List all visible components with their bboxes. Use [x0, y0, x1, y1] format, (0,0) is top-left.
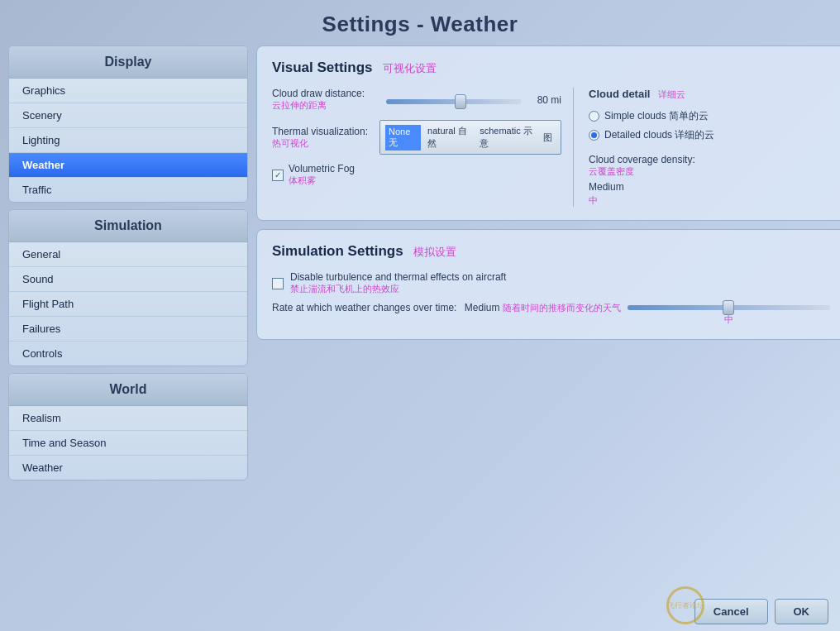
sidebar-item-failures[interactable]: Failures: [9, 317, 247, 342]
volumetric-fog-checkbox[interactable]: [272, 170, 284, 181]
weather-rate-thumb[interactable]: [723, 300, 734, 315]
page-title: Settings - Weather: [0, 0, 840, 45]
detailed-clouds-radio[interactable]: [589, 130, 599, 141]
rate-value: Medium: [465, 302, 500, 313]
visual-settings-title-cn: 可视化设置: [383, 62, 437, 74]
visual-settings-title: Visual Settings 可视化设置: [272, 60, 830, 76]
sidebar-item-weather-world[interactable]: Weather: [9, 456, 247, 480]
detailed-clouds-cn: 详细的云: [675, 129, 714, 141]
simple-clouds-row: Simple clouds 简单的云: [589, 109, 830, 123]
logo-circle: 飞行者论坛: [666, 586, 704, 624]
volumetric-fog-cn: 体积雾: [289, 174, 355, 187]
coverage-value-cn: 中: [589, 194, 830, 207]
turbulence-cn: 禁止湍流和飞机上的热效应: [290, 283, 506, 295]
sidebar-item-graphics[interactable]: Graphics: [9, 79, 247, 103]
simulation-settings-title-cn: 模拟设置: [413, 246, 456, 258]
sidebar-section-world: World Realism Time and Season Weather: [8, 373, 248, 480]
weather-rate-slider[interactable]: [628, 305, 830, 310]
cloud-draw-thumb[interactable]: [455, 94, 466, 109]
coverage-value: Medium: [589, 181, 624, 193]
sidebar-item-weather[interactable]: Weather: [9, 153, 247, 178]
rate-label-cn: 随着时间的推移而变化的天气: [503, 303, 621, 313]
simulation-settings-title: Simulation Settings 模拟设置: [272, 243, 830, 260]
turbulence-row: Disable turbulence and thermal effects o…: [272, 271, 830, 295]
sidebar-item-lighting[interactable]: Lighting: [9, 128, 247, 153]
volumetric-fog-row: Volumetric Fog 体积雾: [272, 163, 561, 187]
content-area: Visual Settings 可视化设置 Cloud draw distanc…: [256, 45, 840, 619]
sidebar-display-header: Display: [9, 46, 247, 79]
sidebar-section-display: Display Graphics Scenery Lighting Weathe…: [8, 45, 248, 203]
cloud-detail-title-cn: 详细云: [658, 89, 685, 99]
sidebar-item-realism[interactable]: Realism: [9, 406, 247, 431]
dropdown-natural[interactable]: natural 自然: [424, 123, 473, 151]
sidebar-item-time-season[interactable]: Time and Season: [9, 431, 247, 456]
cloud-draw-label-cn: 云拉伸的距离: [272, 99, 379, 112]
ok-button[interactable]: OK: [775, 599, 829, 624]
bottom-bar: 飞行者论坛 Cancel OK: [0, 592, 840, 631]
sidebar-simulation-header: Simulation: [9, 210, 247, 242]
sidebar-item-sound[interactable]: Sound: [9, 267, 247, 292]
cloud-draw-slider[interactable]: [386, 99, 522, 104]
simple-clouds-cn: 简单的云: [669, 110, 709, 122]
sidebar-section-simulation: Simulation General Sound Flight Path Fai…: [8, 209, 248, 366]
visual-settings-panel: Visual Settings 可视化设置 Cloud draw distanc…: [256, 45, 840, 221]
sidebar-item-general[interactable]: General: [9, 242, 247, 267]
detailed-clouds-label: Detailed clouds 详细的云: [604, 128, 714, 142]
dropdown-schematic[interactable]: schematic 示意: [476, 123, 537, 151]
thermal-viz-row: Thermal visualization: 热可视化 None 无 natur…: [272, 120, 561, 155]
cloud-draw-value: 80 mi: [528, 94, 561, 106]
rate-value-cn: 中: [628, 313, 830, 326]
cloud-detail-title: Cloud detail 详细云: [589, 88, 830, 101]
dropdown-none[interactable]: None 无: [385, 125, 421, 151]
simulation-settings-panel: Simulation Settings 模拟设置 Disable turbule…: [256, 229, 840, 340]
sidebar-item-traffic[interactable]: Traffic: [9, 178, 247, 202]
logo-area: 飞行者论坛: [666, 586, 712, 628]
sidebar-item-scenery[interactable]: Scenery: [9, 103, 247, 128]
cloud-draw-distance-row: Cloud draw distance: 云拉伸的距离 80 mi: [272, 88, 561, 112]
cloud-detail-section: Cloud detail 详细云 Simple clouds 简单的云: [574, 88, 830, 207]
dropdown-extra[interactable]: 图: [540, 130, 556, 146]
weather-rate-row: Rate at which weather changes over time:…: [272, 302, 830, 326]
turbulence-checkbox[interactable]: [272, 278, 284, 289]
detailed-clouds-row: Detailed clouds 详细的云: [589, 128, 830, 142]
sidebar-item-controls[interactable]: Controls: [9, 342, 247, 366]
thermal-label-cn: 热可视化: [272, 138, 308, 148]
sidebar: Display Graphics Scenery Lighting Weathe…: [8, 45, 248, 619]
simple-clouds-label: Simple clouds 简单的云: [604, 109, 709, 123]
simple-clouds-radio[interactable]: [589, 111, 599, 122]
thermal-dropdown[interactable]: None 无 natural 自然 schematic 示意 图: [379, 120, 561, 155]
cloud-coverage-row: Cloud coverage density: 云覆盖密度 Medium 中: [589, 154, 830, 207]
sidebar-item-flight-path[interactable]: Flight Path: [9, 292, 247, 317]
coverage-label-cn: 云覆盖密度: [589, 165, 830, 178]
logo-text: 飞行者论坛: [667, 600, 704, 611]
sidebar-world-header: World: [9, 374, 247, 406]
